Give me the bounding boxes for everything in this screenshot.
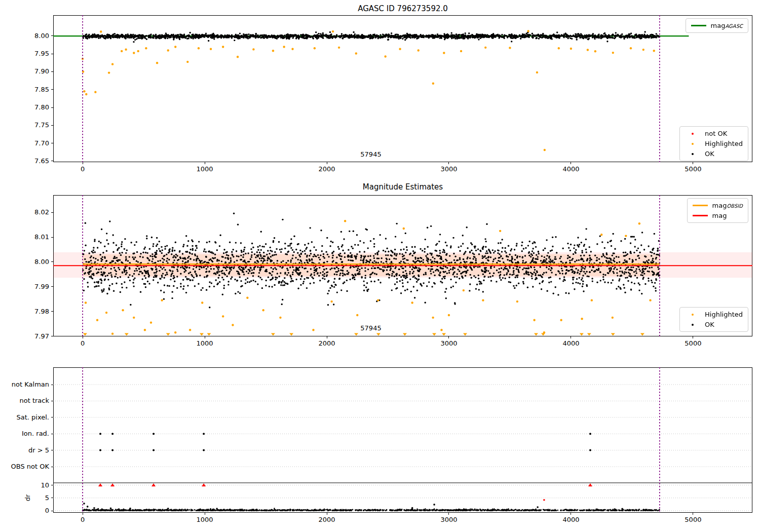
red-line-swatch <box>693 215 708 216</box>
y-tick-mark <box>51 35 53 36</box>
black-dot-swatch <box>685 324 700 326</box>
y-tick-label: 7.90 <box>21 67 49 75</box>
x-tick-mark <box>571 162 571 164</box>
y-tick-label: 8.00 <box>21 258 49 265</box>
green-line-swatch <box>691 25 706 26</box>
legend-item-mag-agasc: magAGASC <box>691 22 743 29</box>
legend-label: OK <box>705 150 714 158</box>
x-tick-label: 4000 <box>553 339 589 347</box>
x-tick-label: 3000 <box>431 516 467 523</box>
y-tick-mark <box>51 161 53 161</box>
y-tick-label: 7.85 <box>21 86 49 93</box>
dr-tick-label: 5 <box>0 494 49 502</box>
flag-tick-label: not track <box>0 397 49 404</box>
x-tick-mark <box>448 513 449 515</box>
legend-item-mag-obsid: magOBSID <box>693 202 743 209</box>
x-tick-label: 1000 <box>187 339 222 347</box>
x-tick-label: 0 <box>65 339 100 347</box>
x-tick-label: 5000 <box>675 339 711 347</box>
x-tick-mark <box>571 513 571 515</box>
flag-tick-mark <box>51 450 53 450</box>
y-tick-label: 7.95 <box>21 50 49 57</box>
plot-title-magnitude-estimates: Magnitude Estimates <box>53 182 752 192</box>
y-tick-label: 8.01 <box>21 233 49 241</box>
x-tick-mark <box>693 162 693 164</box>
flag-tick-mark <box>51 385 53 385</box>
y-tick-mark <box>51 336 53 336</box>
legend-top-markers: not OK Highlighted OK <box>679 126 748 161</box>
x-tick-label: 1000 <box>187 516 222 523</box>
x-tick-label: 0 <box>65 165 100 173</box>
x-tick-mark <box>327 162 327 164</box>
flag-tick-label: Sat. pixel. <box>0 413 49 421</box>
y-tick-label: 7.70 <box>21 139 49 147</box>
x-tick-mark <box>327 336 327 338</box>
y-tick-mark <box>51 89 53 90</box>
y-tick-mark <box>51 286 53 287</box>
dr-tick-mark <box>51 485 53 485</box>
x-tick-mark <box>83 513 83 515</box>
y-tick-mark <box>51 54 53 54</box>
flags-dr-canvas <box>53 367 752 513</box>
x-tick-label: 3000 <box>431 165 467 173</box>
y-tick-mark <box>51 143 53 143</box>
dr-tick-mark <box>51 498 53 498</box>
flag-tick-label: not Kalman <box>0 381 49 388</box>
x-tick-mark <box>205 513 205 515</box>
flag-tick-label: dr > 5 <box>0 446 49 454</box>
flag-tick-label: Ion. rad. <box>0 430 49 437</box>
x-tick-mark <box>693 513 693 515</box>
figure: AGASC ID 796273592.0 Magnitude Estimates… <box>0 0 760 532</box>
flag-tick-mark <box>51 417 53 417</box>
x-tick-label: 2000 <box>309 339 345 347</box>
x-tick-mark <box>83 336 83 338</box>
orange-dot-swatch <box>685 314 700 316</box>
legend-item-highlighted: Highlighted <box>685 311 743 318</box>
y-tick-label: 7.80 <box>21 103 49 111</box>
x-tick-mark <box>448 336 449 338</box>
x-tick-label: 2000 <box>309 516 345 523</box>
legend-item-ok: OK <box>685 321 743 328</box>
y-tick-label: 8.02 <box>21 208 49 216</box>
legend-label: Highlighted <box>705 140 743 147</box>
x-tick-label: 4000 <box>553 516 589 523</box>
legend-item-ok: OK <box>685 150 743 158</box>
agasc-mag-canvas <box>53 15 752 162</box>
x-tick-label: 1000 <box>187 165 222 173</box>
y-tick-label: 7.98 <box>21 308 49 315</box>
legend-item-not-ok: not OK <box>685 130 743 137</box>
y-tick-mark <box>51 212 53 213</box>
legend-mag-agasc: magAGASC <box>686 18 748 33</box>
black-dot-swatch <box>685 153 700 155</box>
legend-item-highlighted: Highlighted <box>685 140 743 147</box>
flag-tick-mark <box>51 467 53 467</box>
x-tick-label: 3000 <box>431 339 467 347</box>
y-tick-mark <box>51 107 53 108</box>
flag-tick-label: OBS not OK <box>0 463 49 470</box>
x-tick-label: 2000 <box>309 165 345 173</box>
x-tick-mark <box>448 162 449 164</box>
legend-mag-lines: magOBSID mag <box>687 198 748 223</box>
y-tick-mark <box>51 261 53 262</box>
y-tick-label: 7.97 <box>21 332 49 340</box>
y-tick-mark <box>51 125 53 126</box>
legend-label: mag <box>712 212 727 219</box>
legend-label: magAGASC <box>711 22 743 29</box>
x-tick-mark <box>693 336 693 338</box>
flag-tick-mark <box>51 401 53 401</box>
dr-tick-label: 0 <box>0 507 49 514</box>
x-tick-label: 5000 <box>675 516 711 523</box>
x-tick-mark <box>83 162 83 164</box>
x-tick-mark <box>571 336 571 338</box>
legend-label: magOBSID <box>712 202 743 209</box>
orange-dot-swatch <box>685 143 700 145</box>
y-tick-mark <box>51 237 53 238</box>
x-tick-mark <box>327 513 327 515</box>
flag-tick-mark <box>51 434 53 434</box>
y-tick-mark <box>51 71 53 72</box>
x-tick-mark <box>205 336 205 338</box>
x-tick-label: 4000 <box>553 165 589 173</box>
page-title: AGASC ID 796273592.0 <box>53 4 752 13</box>
dr-tick-mark <box>51 511 53 511</box>
x-tick-label: 0 <box>65 516 100 523</box>
